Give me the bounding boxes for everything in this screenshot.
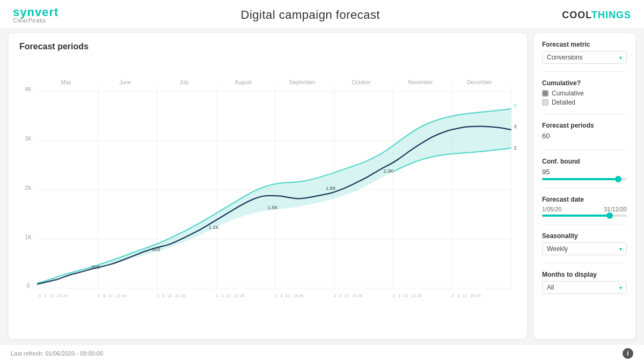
forecast-periods-section: Forecast periods 60 — [542, 122, 627, 142]
svg-text:November: November — [408, 79, 433, 85]
svg-text:1.1K: 1.1K — [209, 225, 219, 230]
chart-panel: Forecast periods 4K 3K 2K 1K 0 — [9, 33, 527, 339]
svg-text:28: 28 — [122, 293, 127, 298]
conf-bound-label: Conf. bound — [542, 158, 627, 165]
forecast-metric-label: Forecast metric — [542, 41, 627, 48]
info-icon[interactable]: i — [623, 348, 633, 359]
conf-bound-slider-thumb[interactable] — [615, 176, 621, 182]
svg-text:October: October — [352, 79, 371, 85]
divider-3 — [542, 150, 627, 150]
cumulative-radio-dot — [542, 90, 548, 97]
svg-text:1K: 1K — [25, 234, 32, 240]
forecast-date-slider-track[interactable] — [542, 215, 627, 217]
forecast-date-slider-thumb[interactable] — [606, 212, 613, 219]
detailed-option-label: Detailed — [552, 99, 575, 106]
svg-text:8: 8 — [281, 293, 283, 298]
svg-text:3: 3 — [156, 293, 158, 298]
things-text: THINGS — [591, 10, 631, 20]
page-title: Digital campaign forecast — [241, 8, 380, 22]
svg-text:2K: 2K — [25, 185, 32, 191]
svg-text:23: 23 — [175, 293, 180, 298]
main-content: Forecast periods 4K 3K 2K 1K 0 — [0, 28, 644, 344]
svg-text:13: 13 — [403, 293, 408, 298]
conf-bound-slider-fill — [542, 178, 618, 180]
svg-text:13: 13 — [226, 293, 231, 298]
svg-text:August: August — [235, 79, 252, 85]
svg-text:8: 8 — [103, 293, 105, 298]
conf-bound-slider-track[interactable] — [542, 178, 627, 180]
seasonality-value: Weekly — [547, 245, 568, 253]
conf-bound-value: 95 — [542, 168, 627, 176]
svg-text:500: 500 — [91, 264, 99, 270]
svg-text:8: 8 — [162, 293, 164, 298]
svg-text:3.2K: 3.2K — [514, 124, 516, 129]
forecast-date-end: 31/12/20 — [604, 206, 627, 212]
svg-text:2.3K: 2.3K — [383, 168, 393, 174]
seasonality-chevron-icon: ▾ — [619, 246, 622, 252]
forecast-date-start: 1/05/20 — [542, 206, 562, 212]
svg-text:800: 800 — [152, 247, 160, 252]
svg-text:September: September — [289, 79, 316, 85]
cumulative-section: Cumulative? Cumulative Detailed — [542, 79, 627, 106]
svg-text:8: 8 — [221, 293, 223, 298]
svg-text:1.8K: 1.8K — [326, 186, 336, 191]
seasonality-section: Seasonality Weekly ▾ — [542, 232, 627, 255]
last-refresh-text: Last refresh: 01/06/2020 - 09:00:00 — [11, 350, 103, 357]
svg-text:13: 13 — [108, 293, 113, 298]
months-display-section: Months to display All ▾ — [542, 271, 627, 294]
svg-text:8: 8 — [458, 293, 460, 298]
svg-text:13: 13 — [285, 293, 290, 298]
svg-text:28: 28 — [181, 293, 186, 298]
footer: Last refresh: 01/06/2020 - 09:00:00 i — [0, 344, 644, 362]
svg-text:23: 23 — [411, 293, 416, 298]
svg-text:May: May — [61, 79, 72, 85]
forecast-date-label: Forecast date — [542, 196, 627, 203]
svg-text:3: 3 — [334, 293, 336, 298]
divider-2 — [542, 114, 627, 114]
svg-text:3: 3 — [97, 293, 99, 298]
svg-text:23: 23 — [234, 293, 239, 298]
svg-text:3K: 3K — [25, 136, 32, 142]
svg-text:28: 28 — [476, 293, 481, 298]
detailed-option[interactable]: Detailed — [542, 99, 627, 106]
months-display-value: All — [547, 284, 554, 291]
seasonality-select[interactable]: Weekly ▾ — [542, 242, 627, 255]
svg-text:3: 3 — [452, 293, 454, 298]
svg-text:13: 13 — [462, 293, 467, 298]
svg-text:28: 28 — [240, 293, 245, 298]
svg-text:3: 3 — [215, 293, 217, 298]
forecast-metric-select[interactable]: Conversions ▾ — [542, 51, 627, 64]
divider-1 — [542, 71, 627, 72]
forecast-metric-value: Conversions — [547, 54, 583, 61]
svg-text:2.5K: 2.5K — [514, 145, 516, 151]
svg-text:1.5K: 1.5K — [268, 205, 278, 211]
cumulative-label: Cumulative? — [542, 79, 627, 87]
svg-text:28: 28 — [299, 293, 304, 298]
forecast-date-range: 1/05/20 31/12/20 — [542, 206, 627, 212]
svg-text:23: 23 — [116, 293, 121, 298]
svg-text:23: 23 — [293, 293, 298, 298]
forecast-metric-section: Forecast metric Conversions ▾ — [542, 41, 627, 64]
cool-text: COOL — [562, 10, 591, 20]
svg-text:8: 8 — [399, 293, 401, 298]
svg-text:13: 13 — [344, 293, 349, 298]
cumulative-option[interactable]: Cumulative — [542, 90, 627, 97]
months-display-select[interactable]: All ▾ — [542, 281, 627, 294]
header: synvert ClearPeaks Digital campaign fore… — [0, 0, 644, 28]
forecast-date-slider-fill — [542, 215, 610, 217]
divider-5 — [542, 224, 627, 225]
svg-text:13: 13 — [167, 293, 172, 298]
svg-text:28: 28 — [417, 293, 422, 298]
svg-text:July: July — [179, 79, 189, 85]
svg-text:3: 3 — [38, 293, 40, 298]
forecast-periods-value: 60 — [542, 132, 627, 140]
cumulative-option-label: Cumulative — [552, 90, 584, 97]
divider-6 — [542, 263, 627, 263]
chart-title: Forecast periods — [19, 42, 516, 51]
conf-bound-section: Conf. bound 95 — [542, 158, 627, 180]
svg-text:8: 8 — [340, 293, 342, 298]
svg-text:23: 23 — [352, 293, 357, 298]
svg-text:23: 23 — [470, 293, 475, 298]
divider-4 — [542, 188, 627, 188]
seasonality-label: Seasonality — [542, 232, 627, 240]
